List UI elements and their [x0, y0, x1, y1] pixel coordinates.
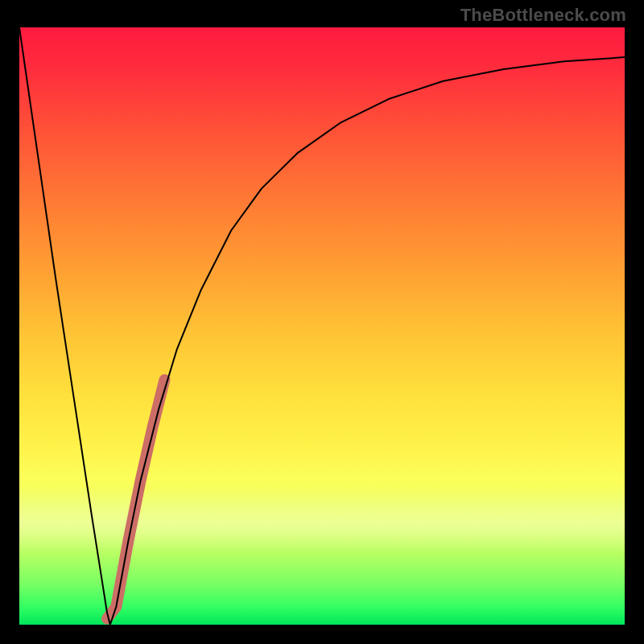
main-curve-path — [19, 27, 625, 625]
highlight-path-group — [107, 380, 164, 619]
chart-frame: TheBottleneck.com — [0, 0, 644, 644]
main-curve-group — [19, 27, 625, 625]
watermark-text: TheBottleneck.com — [460, 5, 626, 26]
plot-area — [19, 27, 625, 625]
highlight-path — [107, 380, 164, 619]
curve-svg — [19, 27, 625, 625]
